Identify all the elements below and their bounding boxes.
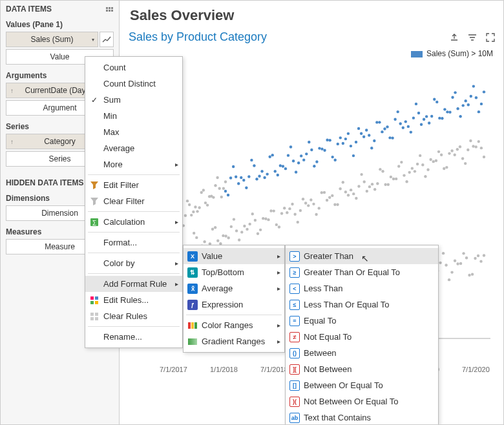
svg-point-226 (472, 145, 474, 147)
menu-item-rename[interactable]: Rename... (85, 329, 182, 345)
export-icon[interactable] (449, 32, 459, 43)
svg-point-326 (394, 118, 396, 120)
menu-item-gradient-ranges[interactable]: Gradient Ranges▸ (184, 333, 284, 349)
svg-point-340 (430, 115, 433, 118)
menu-item-value[interactable]: XValue▸ (184, 248, 284, 264)
svg-point-259 (222, 187, 225, 190)
menu-item-more[interactable]: More▸ (85, 156, 182, 172)
svg-point-196 (392, 178, 395, 180)
menu-item-clear-rules[interactable]: Clear Rules (85, 308, 182, 324)
menu-item-sum[interactable]: ✓Sum (85, 92, 182, 108)
svg-point-215 (443, 167, 445, 170)
panel-options-icon[interactable] (105, 5, 114, 14)
menu-item-count[interactable]: Count (85, 59, 182, 76)
menu-item-calculation[interactable]: ∑Calculation▸ (85, 214, 182, 230)
svg-point-216 (445, 166, 448, 169)
menu-item-count-distinct[interactable]: Count Distinct (85, 76, 182, 92)
svg-rect-369 (90, 317, 94, 320)
menu-item-format[interactable]: Format... (85, 234, 182, 251)
svg-point-331 (407, 125, 410, 128)
menu-item-less-than[interactable]: <Less Than (286, 280, 438, 296)
svg-point-330 (404, 120, 407, 123)
menu-item-not-between-eq[interactable]: )(Not Between Or Equal To (286, 393, 438, 409)
filter-list-icon[interactable] (467, 32, 478, 43)
svg-point-280 (274, 170, 277, 172)
svg-point-141 (246, 228, 248, 231)
svg-point-327 (396, 110, 399, 113)
svg-point-267 (240, 176, 242, 179)
svg-point-310 (352, 154, 355, 157)
menu-item-max[interactable]: Max (85, 124, 182, 140)
svg-point-359 (480, 103, 483, 105)
value-pill-sales[interactable]: Sales (Sum) ▾ (6, 32, 98, 47)
menu-item-min[interactable]: Min (85, 108, 182, 124)
svg-rect-363 (90, 296, 94, 300)
svg-point-241 (186, 200, 189, 202)
svg-point-144 (254, 219, 257, 222)
svg-point-314 (362, 136, 365, 138)
svg-point-173 (331, 194, 333, 197)
menu-item-edit-filter[interactable]: Edit Filter (85, 177, 182, 193)
menu-item-expression[interactable]: ƒExpression (184, 296, 284, 313)
chevron-right-icon: ▸ (277, 322, 280, 329)
svg-point-295 (313, 165, 315, 167)
top-bottom-icon: ⇅ (187, 267, 198, 278)
menu-item-color-ranges[interactable]: Color Ranges▸ (184, 317, 284, 333)
svg-point-95 (439, 262, 441, 264)
svg-point-139 (240, 231, 243, 233)
menu-item-lte[interactable]: ≤Less Than Or Equal To (286, 296, 438, 313)
svg-point-219 (454, 154, 456, 156)
svg-point-198 (397, 165, 400, 167)
svg-point-256 (216, 176, 218, 179)
menu-separator (88, 232, 180, 233)
svg-point-273 (255, 178, 258, 180)
menu-item-gte[interactable]: ≥Greater Than Or Equal To (286, 264, 438, 280)
svg-point-128 (211, 227, 214, 230)
svg-rect-368 (95, 313, 98, 316)
aggregate-context-menu: Count Count Distinct ✓Sum Min Max Averag… (85, 56, 183, 348)
svg-point-200 (403, 174, 405, 176)
svg-point-157 (288, 207, 291, 210)
svg-point-100 (454, 260, 456, 262)
menu-item-equal[interactable]: =Equal To (286, 313, 438, 329)
menu-item-clear-filter[interactable]: Clear Filter (85, 193, 182, 209)
menu-item-add-format-rule[interactable]: Add Format Rule▸ (85, 276, 182, 292)
svg-point-296 (315, 160, 318, 163)
svg-point-283 (282, 165, 284, 167)
svg-point-129 (214, 226, 216, 229)
svg-point-145 (257, 233, 259, 235)
svg-point-332 (410, 130, 412, 133)
menu-item-between-eq[interactable]: []Between Or Equal To (286, 377, 438, 393)
menu-separator (88, 273, 180, 274)
menu-item-average[interactable]: Average (85, 140, 182, 156)
svg-point-323 (386, 125, 388, 128)
svg-point-97 (445, 264, 447, 266)
svg-point-351 (459, 115, 461, 118)
legend-swatch (411, 51, 423, 57)
chevron-right-icon: ▸ (175, 161, 178, 168)
svg-point-102 (459, 262, 462, 265)
menu-item-between[interactable]: ()Between (286, 345, 438, 361)
chart-type-icon[interactable] (100, 32, 114, 47)
menu-item-greater-than[interactable]: >Greater Than (286, 248, 438, 264)
svg-point-106 (471, 273, 474, 275)
menu-item-not-equal[interactable]: ≠Not Equal To (286, 329, 438, 345)
menu-item-color-by[interactable]: Color by▸ (85, 255, 182, 271)
menu-item-text-contains[interactable]: abText that Contains (286, 409, 438, 425)
svg-point-188 (371, 183, 373, 185)
menu-item-top-bottom[interactable]: ⇅Top/Bottom▸ (184, 264, 284, 280)
maximize-icon[interactable] (485, 32, 496, 43)
svg-point-255 (214, 184, 216, 187)
svg-point-258 (220, 196, 223, 198)
svg-point-265 (235, 176, 237, 178)
svg-point-179 (347, 194, 350, 196)
svg-point-149 (267, 218, 269, 221)
svg-point-185 (363, 180, 366, 183)
svg-point-312 (357, 127, 360, 130)
menu-item-not-between[interactable]: ][Not Between (286, 361, 438, 377)
svg-point-224 (467, 149, 469, 151)
menu-item-edit-rules[interactable]: Edit Rules... (85, 292, 182, 308)
menu-item-average[interactable]: x̄Average▸ (184, 280, 284, 296)
chevron-right-icon: ▸ (277, 269, 280, 276)
svg-point-360 (483, 90, 485, 93)
